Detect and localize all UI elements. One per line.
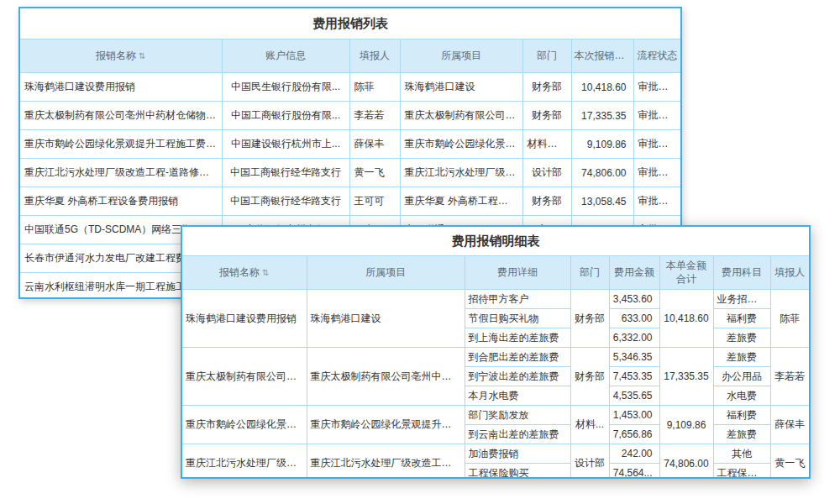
project-cell[interactable]: 珠海鹤港口建设	[307, 290, 465, 348]
expense-name-cell[interactable]: 重庆市鹅岭公园绿化景观提升工程施工费用报销	[20, 130, 222, 159]
status-cell: 审批通过	[633, 73, 680, 102]
status-cell: 审批通过	[633, 187, 680, 216]
column-label: 本次报销金额	[575, 50, 634, 61]
column-label: 填报人	[360, 50, 390, 61]
project-cell[interactable]: 重庆华夏 外高桥工程设备	[400, 187, 522, 216]
detail-row: 珠海鹤港口建设费用报销珠海鹤港口建设招待甲方客户财务部3,453.6010,41…	[182, 290, 809, 309]
subject-cell: 差旅费	[713, 328, 770, 348]
column-label: 账户信息	[265, 50, 306, 61]
account-info-cell: 中国民生银行股份有限...	[222, 73, 349, 102]
amount-cell: 9,109.86	[571, 130, 633, 159]
detail-row: 重庆市鹅岭公园绿化景观提升工...重庆市鹅岭公园绿化景观提升工程施工部门奖励发放…	[182, 406, 809, 425]
filler-cell[interactable]: 黄一飞	[349, 159, 400, 187]
column-header-1: 所属项目	[307, 256, 465, 290]
column-header-5: 本次报销金额	[571, 39, 633, 73]
expense-detail-cell: 部门奖励发放	[465, 406, 570, 425]
subject-cell: 其他	[713, 444, 770, 464]
filler-cell[interactable]: 薛保丰	[770, 406, 809, 444]
amount-cell: 17,335.35	[571, 102, 633, 130]
list-row: 重庆市鹅岭公园绿化景观提升工程施工费用报销中国建设银行杭州市上...薛保丰重庆市…	[20, 130, 680, 159]
expense-name-cell[interactable]: 重庆华夏 外高桥工程设备费用报销	[20, 187, 222, 216]
column-label: 部门	[537, 50, 557, 61]
column-label: 填报人	[774, 266, 805, 278]
expense-name-cell[interactable]: 重庆太极制药有限公司亳州中药...	[182, 348, 307, 406]
filler-cell[interactable]: 黄一飞	[770, 444, 809, 479]
department-cell: 材料采购	[522, 130, 571, 159]
list-row: 重庆华夏 外高桥工程设备费用报销中国工商银行经华路支行王可可重庆华夏 外高桥工程…	[20, 187, 680, 216]
total-amount-cell: 9,109.86	[659, 406, 713, 444]
filler-cell[interactable]: 李若若	[349, 102, 400, 130]
detail-row: 重庆太极制药有限公司亳州中药...重庆太极制药有限公司亳州中药材仓储物流...到…	[182, 348, 809, 367]
project-cell[interactable]: 珠海鹤港口建设	[400, 73, 522, 102]
subject-cell: 差旅费	[713, 348, 770, 367]
subject-cell: 工程保险费	[713, 464, 770, 479]
project-cell[interactable]: 重庆江北污水处理厂级改造工程-道路修复工...	[307, 444, 465, 479]
column-header-1: 账户信息	[222, 39, 349, 73]
project-cell[interactable]: 重庆市鹅岭公园绿化景观提升...	[400, 130, 522, 159]
account-info-cell: 中国建设银行杭州市上...	[222, 130, 349, 159]
expense-name-cell[interactable]: 重庆市鹅岭公园绿化景观提升工...	[182, 406, 307, 444]
amount-cell: 1,453.00	[609, 406, 659, 425]
column-label: 本单金额合计	[666, 260, 706, 285]
column-label: 费用金额	[614, 266, 654, 278]
filler-cell[interactable]: 薛保丰	[349, 130, 400, 159]
detail-table-head: 报销名称⇅所属项目费用详细部门费用金额本单金额合计费用科目填报人	[182, 256, 809, 290]
column-label: 费用科目	[722, 266, 762, 278]
amount-cell: 633.00	[609, 309, 659, 328]
amount-cell: 3,453.60	[609, 290, 659, 309]
list-table-head: 报销名称⇅账户信息填报人所属项目部门本次报销金额流程状态	[20, 39, 680, 73]
project-cell[interactable]: 重庆太极制药有限公司亳州中...	[400, 102, 522, 130]
expense-detail-cell: 到云南出差的差旅费	[465, 425, 570, 444]
expense-detail-cell: 本月水电费	[465, 386, 570, 406]
column-label: 所属项目	[365, 266, 406, 278]
expense-name-cell[interactable]: 重庆江北污水处理厂级改造工程-道路修复工程费用...	[20, 159, 222, 187]
amount-cell: 4,535.65	[609, 386, 659, 406]
department-cell: 设计部	[570, 444, 609, 479]
header-row: 报销名称⇅所属项目费用详细部门费用金额本单金额合计费用科目填报人	[182, 256, 809, 290]
expense-detail-cell: 招待甲方客户	[465, 290, 570, 309]
filler-cell[interactable]: 陈菲	[770, 290, 809, 348]
department-cell: 材料...	[570, 406, 609, 444]
column-header-3: 部门	[570, 256, 609, 290]
column-header-5: 本单金额合计	[659, 256, 713, 290]
list-table-title: 费用报销列表	[20, 8, 680, 39]
filler-cell[interactable]: 王可可	[349, 187, 400, 216]
column-header-4: 费用金额	[609, 256, 659, 290]
column-label: 费用详细	[497, 266, 538, 278]
amount-cell: 7,656.86	[609, 425, 659, 444]
amount-cell: 74,806.00	[571, 159, 633, 187]
column-header-0[interactable]: 报销名称⇅	[182, 256, 307, 290]
list-row: 重庆江北污水处理厂级改造工程-道路修复工程费用...中国工商银行经华路支行黄一飞…	[20, 159, 680, 187]
amount-cell: 10,418.60	[571, 73, 633, 102]
subject-cell: 福利费	[713, 406, 770, 425]
total-amount-cell: 74,806.00	[659, 444, 713, 479]
project-cell[interactable]: 重庆太极制药有限公司亳州中药材仓储物流...	[307, 348, 465, 406]
sort-icon[interactable]: ⇅	[262, 268, 269, 277]
total-amount-cell: 17,335.35	[659, 348, 713, 406]
department-cell: 财务部	[522, 187, 571, 216]
status-cell: 审批通过	[633, 159, 680, 187]
detail-row: 重庆江北污水处理厂级改造工程-...重庆江北污水处理厂级改造工程-道路修复工..…	[182, 444, 809, 464]
column-header-6: 流程状态	[633, 39, 680, 73]
expense-detail-cell: 到宁波出差的差旅费	[465, 367, 570, 386]
expense-name-cell[interactable]: 重庆太极制药有限公司亳州中药材仓储物流基地项...	[20, 102, 222, 130]
total-amount-cell: 10,418.60	[659, 290, 713, 348]
expense-detail-cell: 加油费报销	[465, 444, 570, 464]
list-row: 珠海鹤港口建设费用报销中国民生银行股份有限...陈菲珠海鹤港口建设财务部10,4…	[20, 73, 680, 102]
column-header-0[interactable]: 报销名称⇅	[20, 39, 222, 73]
expense-name-cell[interactable]: 珠海鹤港口建设费用报销	[20, 73, 222, 102]
amount-cell: 7,453.35	[609, 367, 659, 386]
sort-icon[interactable]: ⇅	[139, 51, 145, 60]
filler-cell[interactable]: 李若若	[770, 348, 809, 406]
project-cell[interactable]: 重庆江北污水处理厂级改造工...	[400, 159, 522, 187]
subject-cell: 业务招待费	[713, 290, 770, 309]
column-label: 流程状态	[637, 50, 677, 61]
column-header-2: 费用详细	[465, 256, 570, 290]
department-cell: 财务部	[522, 102, 571, 130]
project-cell[interactable]: 重庆市鹅岭公园绿化景观提升工程施工	[307, 406, 465, 444]
department-cell: 财务部	[570, 348, 609, 406]
expense-name-cell[interactable]: 重庆江北污水处理厂级改造工程-...	[182, 444, 307, 479]
amount-cell: 74,564...	[609, 464, 659, 479]
expense-name-cell[interactable]: 珠海鹤港口建设费用报销	[182, 290, 307, 348]
filler-cell[interactable]: 陈菲	[349, 73, 400, 102]
